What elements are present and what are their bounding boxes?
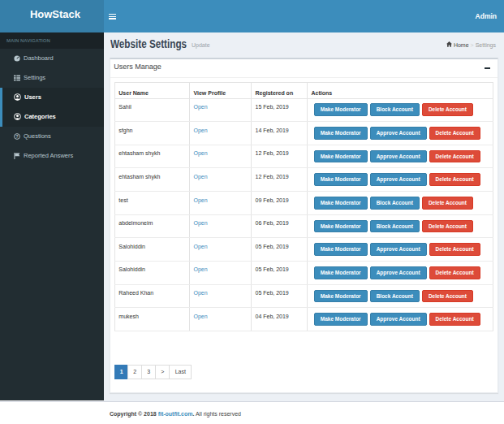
svg-text:?: ? [15, 134, 19, 139]
